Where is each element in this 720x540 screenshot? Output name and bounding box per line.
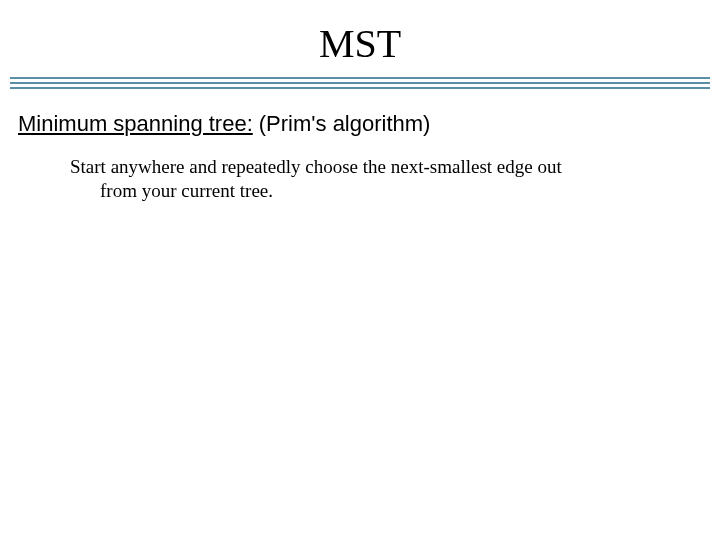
body-text: Start anywhere and repeatedly choose the… (30, 155, 720, 203)
divider (10, 77, 710, 89)
subtitle-row: Minimum spanning tree:(Prim's algorithm) (0, 111, 720, 137)
divider-line (10, 77, 710, 79)
subtitle-rest: (Prim's algorithm) (259, 111, 431, 136)
slide-container: MST Minimum spanning tree:(Prim's algori… (0, 0, 720, 540)
divider-line (10, 87, 710, 89)
slide-title: MST (0, 20, 720, 67)
divider-line (10, 82, 710, 84)
subtitle-underlined: Minimum spanning tree: (18, 111, 253, 136)
